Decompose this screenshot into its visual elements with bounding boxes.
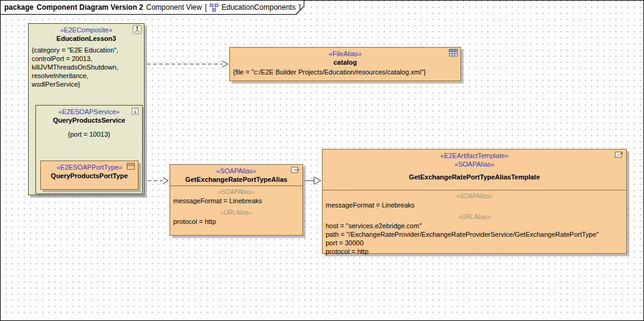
stereotype-label: «FileAlias»: [230, 48, 460, 58]
svg-text:a: a: [134, 109, 137, 115]
tagged-values: {port = 10013}: [36, 124, 142, 139]
composite-icon: [132, 25, 142, 34]
node-get-exchange-rate-porttype-alias-template[interactable]: «E2EArtifactTemplate» «SOAPAlias» GetExc…: [322, 149, 627, 254]
diagram-kind-label: package: [4, 3, 34, 12]
node-header: «E2EArtifactTemplate» «SOAPAlias» GetExc…: [323, 150, 626, 190]
section-stereotype-url: «URLAlias»: [170, 209, 302, 217]
diagram-header-tab-content: package Component Diagram Version 2 Comp…: [1, 1, 304, 14]
soap-properties: messageFormat = Linebreaks: [170, 196, 302, 205]
node-name: EducationLesson3: [29, 34, 144, 43]
diagram-header-tab: package Component Diagram Version 2 Comp…: [1, 1, 304, 15]
stereotype-label: «E2ESOAPService»: [36, 106, 142, 116]
node-name: QueryProductsPortType: [41, 171, 138, 180]
node-name: catalog: [230, 58, 460, 67]
node-query-products-service[interactable]: a «E2ESOAPService» QueryProductsService …: [35, 105, 143, 194]
diagram-frame: package Component Diagram Version 2 Comp…: [0, 0, 644, 321]
section-stereotype-soap: «SOAPAlias»: [170, 189, 302, 196]
bracket-close: ]: [299, 3, 301, 12]
node-education-lesson3[interactable]: «E2EComposite» EducationLesson3 {categor…: [28, 23, 145, 195]
component-diagram-icon: [210, 4, 218, 12]
alias-icon: [291, 166, 301, 175]
node-header: «SOAPAlias» GetExchangeRatePortTypeAlias: [170, 165, 302, 186]
soap-service-icon: a: [131, 107, 140, 116]
url-properties: protocol = http: [170, 217, 302, 226]
dependency-porttype-to-alias[interactable]: [148, 178, 168, 184]
dependency-lesson-to-catalog[interactable]: [147, 61, 228, 67]
node-name: GetExchangeRatePortTypeAliasTemplate: [323, 173, 626, 181]
node-catalog[interactable]: «FileAlias» catalog {file = "c:/E2E Buil…: [229, 47, 461, 81]
stereotype-label-2: «SOAPAlias»: [323, 160, 626, 168]
porttype-icon: [126, 162, 136, 171]
artifact-template-icon: [615, 151, 624, 160]
section-stereotype-soap: «SOAPAlias»: [323, 193, 626, 200]
node-body: «SOAPAlias» messageFormat = Linebreaks «…: [170, 189, 302, 226]
diagram-ref-label: EducationComponents: [221, 3, 295, 12]
node-name: QueryProductsService: [36, 116, 142, 124]
section-stereotype-url: «URLAlias»: [323, 214, 626, 221]
node-body: «SOAPAlias» messageFormat = Linebreaks «…: [323, 193, 626, 256]
stereotype-label: «E2EComposite»: [29, 24, 144, 34]
soap-properties: messageFormat = Linebreaks: [323, 200, 626, 209]
stereotype-label: «SOAPAlias»: [170, 165, 302, 175]
stereotype-label: «E2EArtifactTemplate»: [323, 150, 626, 160]
diagram-title: Component Diagram Version 2: [37, 3, 143, 12]
tagged-values: {file = "c:/E2E Builder Projects/Educati…: [230, 67, 460, 76]
node-get-exchange-rate-porttype-alias[interactable]: «SOAPAlias» GetExchangeRatePortTypeAlias…: [170, 164, 303, 236]
tagged-values: {category = "E2E Education", controlPort…: [29, 43, 144, 88]
file-table-icon: [449, 49, 459, 58]
stereotype-label: «E2ESOAPPortType»: [41, 161, 138, 171]
generalization-alias-to-template[interactable]: [304, 177, 321, 184]
node-name: GetExchangeRatePortTypeAlias: [170, 175, 302, 184]
url-properties: host = "services.e2ebridge.com" path = "…: [323, 221, 626, 256]
node-query-products-porttype[interactable]: «E2ESOAPPortType» QueryProductsPortType: [40, 161, 138, 190]
bracket-open: [: [205, 3, 207, 12]
diagram-view-label: Component View: [146, 3, 202, 12]
